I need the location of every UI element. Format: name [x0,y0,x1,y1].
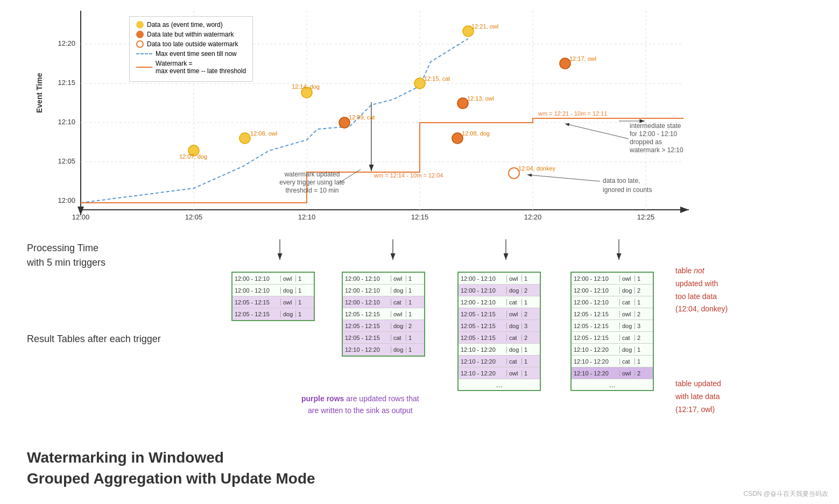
legend-dashed-line [136,53,152,54]
table-row: 12:05 - 12:15cat2 [572,332,653,344]
svg-text:intermediate state: intermediate state [630,122,681,130]
svg-point-48 [509,168,519,179]
table-1: 12:00 - 12:10owl1 12:00 - 12:10dog1 12:0… [231,272,315,321]
table-dots: ... [459,379,540,390]
table-4: 12:00 - 12:10owl1 12:00 - 12:10dog2 12:0… [570,272,654,391]
trigger-arrows-svg [27,234,673,266]
table-row: 12:00 - 12:10owl1 [459,273,540,285]
svg-text:Event Time: Event Time [35,73,44,113]
svg-text:12:25: 12:25 [637,213,655,221]
svg-text:12:20: 12:20 [524,213,542,221]
legend-yellow-dot [136,21,144,29]
table-row: 12:10 - 12:20cat1 [459,356,540,367]
svg-line-61 [565,124,629,139]
svg-text:12:15: 12:15 [58,79,75,87]
table-row: 12:00 - 12:10owl1 [572,273,653,285]
table-row: 12:00 - 12:10dog2 [459,285,540,296]
table-row: 12:05 - 12:15dog2 [343,320,424,332]
svg-text:12:09, cat: 12:09, cat [349,114,375,120]
svg-text:12:15, cat: 12:15, cat [424,75,450,82]
svg-point-46 [560,58,570,69]
table-row: 12:05 - 12:15cat1 [343,332,424,344]
csdn-label: CSDN @奋斗百天我要当码农 [743,489,828,499]
svg-text:12:13, owl: 12:13, owl [467,95,494,102]
purple-rows-note: purple rows are updated rows that are wr… [301,393,419,417]
svg-text:every trigger using late: every trigger using late [279,179,345,186]
table-row: 12:00 - 12:10cat1 [572,296,653,308]
svg-point-44 [452,133,463,144]
legend-outline-text: Data too late outside watermark [147,40,238,48]
svg-text:12:08, owl: 12:08, owl [250,130,277,137]
table-row: 12:00 - 12:10owl1 [343,273,424,285]
table-dots: ... [572,379,653,390]
table-row: 12:10 - 12:20dog1 [572,344,653,356]
table-row: 12:05 - 12:15dog3 [459,320,540,332]
svg-line-56 [527,175,600,181]
legend-solid-text: Watermark =max event time -- late thresh… [156,60,246,75]
note-not-updated: table not updated with too late data (12… [675,265,772,316]
svg-text:12:10: 12:10 [58,118,75,126]
svg-text:12:05: 12:05 [185,213,203,221]
svg-point-32 [239,133,250,144]
svg-text:12:00: 12:00 [58,196,75,204]
svg-text:watermark updated: watermark updated [284,171,340,178]
svg-text:12:14, dog: 12:14, dog [292,83,320,90]
table-row: 12:10 - 12:20dog1 [459,344,540,356]
svg-text:dropped as: dropped as [630,138,662,146]
table-row: 12:00 - 12:10dog1 [232,285,314,296]
main-container: 12:20 12:15 12:10 12:05 12:00 12:00 12:0… [0,0,839,504]
svg-text:12:15: 12:15 [411,213,429,221]
table-row: 12:00 - 12:10cat1 [343,296,424,308]
table-row: 12:05 - 12:15owl1 [232,296,314,308]
legend-dashed-text: Max event time seen till now [156,50,237,58]
table-row: 12:05 - 12:15cat2 [459,332,540,344]
svg-text:wm = 12:14 - 10m = 12:04: wm = 12:14 - 10m = 12:04 [373,172,443,179]
svg-text:threshold = 10 min: threshold = 10 min [285,187,339,194]
svg-point-36 [339,117,350,128]
bottom-title: Watermarking in Windowed Grouped Aggrega… [27,447,315,489]
table-row: 12:00 - 12:10cat1 [459,296,540,308]
svg-text:12:05: 12:05 [58,157,75,165]
svg-text:12:17, owl: 12:17, owl [569,55,596,62]
result-tables-label: Result Tables after each trigger [27,333,161,345]
table-row: 12:10 - 12:20dog1 [343,344,424,356]
table-row: 12:10 - 12:20cat1 [572,356,653,367]
svg-text:12:07, dog: 12:07, dog [179,153,207,160]
svg-text:data too late,: data too late, [603,177,640,184]
table-row: 12:10 - 12:20owl1 [459,367,540,379]
svg-text:12:21, owl: 12:21, owl [471,23,498,30]
table-row: 12:05 - 12:15owl2 [572,308,653,320]
chart-svg: 12:20 12:15 12:10 12:05 12:00 12:00 12:0… [27,5,700,231]
svg-text:12:04, donkey: 12:04, donkey [518,165,556,172]
table-row: 12:00 - 12:10dog1 [343,285,424,296]
table-row: 12:00 - 12:10dog2 [572,285,653,296]
legend-outline-dot [136,40,144,48]
table-row: 12:05 - 12:15owl1 [343,308,424,320]
table-row: 12:05 - 12:15owl2 [459,308,540,320]
table-row: 12:10 - 12:20owl2 [572,367,653,379]
legend-yellow-text: Data as (event time, word) [147,21,223,29]
legend-orange-text: Data late but within watermark [147,31,234,38]
svg-point-40 [414,78,425,89]
svg-text:ignored in counts: ignored in counts [603,186,652,194]
svg-text:12:10: 12:10 [298,213,316,221]
legend-solid-line [136,67,152,68]
table-row: 12:00 - 12:10owl1 [232,273,314,285]
svg-text:12:00: 12:00 [72,213,90,221]
svg-text:wm = 12:21 - 10m = 12:11: wm = 12:21 - 10m = 12:11 [538,110,607,117]
note-table-updated: table updated with late data (12:17, owl… [675,378,762,416]
svg-text:12:08, dog: 12:08, dog [462,130,490,137]
table-row: 12:05 - 12:15dog3 [572,320,653,332]
svg-text:12:20: 12:20 [58,39,75,47]
svg-text:for 12:00 - 12:10: for 12:00 - 12:10 [630,130,677,138]
svg-point-42 [457,98,468,109]
table-2: 12:00 - 12:10owl1 12:00 - 12:10dog1 12:0… [342,272,425,357]
table-row: 12:05 - 12:15dog1 [232,308,314,320]
chart-legend: Data as (event time, word) Data late but… [129,16,253,82]
svg-line-53 [339,169,361,183]
svg-text:watermark > 12:10: watermark > 12:10 [629,146,683,154]
table-3: 12:00 - 12:10owl1 12:00 - 12:10dog2 12:0… [457,272,541,391]
legend-orange-dot [136,31,144,38]
